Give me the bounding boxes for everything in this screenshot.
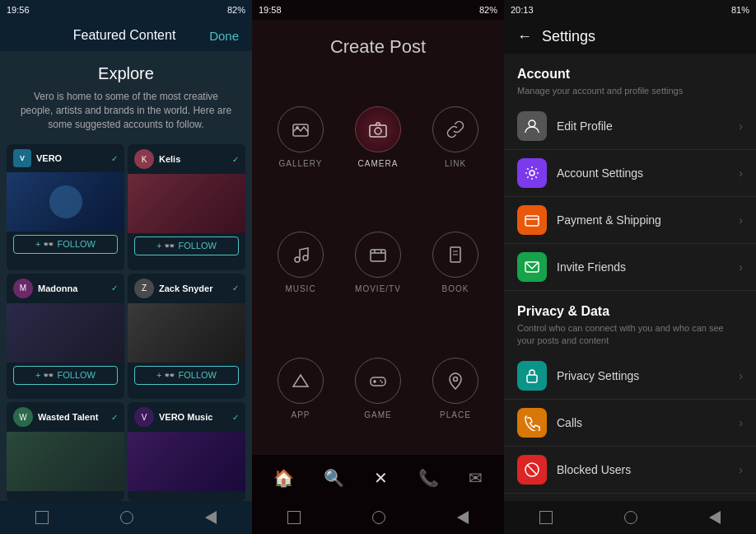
privacy-section-title: Privacy & Data [517,304,743,319]
card-wasted-header: W Wasted Talent ✓ [7,402,124,432]
back-button[interactable]: ← [517,28,532,45]
card-vero: V VERO ✓ + 👓 FOLLOW [7,144,124,270]
zack-follow-label: + 👓 FOLLOW [156,370,217,381]
circle-nav-p3[interactable] [624,511,637,524]
circle-nav-icon[interactable] [120,511,133,524]
movietv-label: MOVIE/TV [355,284,401,293]
account-section-desc: Manage your account and profile settings [517,85,743,96]
zack-follow-button[interactable]: + 👓 FOLLOW [134,366,239,385]
svg-point-18 [380,380,381,382]
wasted-avatar: W [13,407,33,427]
kelis-image [128,174,245,233]
account-settings-icon [517,158,547,188]
invite-friends-item[interactable]: Invite Friends › [504,244,756,291]
post-type-book[interactable]: BOOK [420,204,491,323]
nav-bottom-p2 [252,501,504,534]
privacy-section-desc: Control who can connect with you and who… [517,322,743,346]
time-p3: 20:13 [511,5,534,15]
card-vero-music: V VERO Music ✓ [128,402,245,501]
phone-icon[interactable]: 📞 [418,468,439,488]
link-icon [432,106,478,152]
account-settings-label: Account Settings [557,166,739,180]
bottom-bar-p2: 🏠 🔍 ✕ 📞 ✉ [252,455,504,501]
kelis-avatar: K [134,149,154,169]
battery-p2: 82% [479,5,497,15]
post-type-game[interactable]: GAME [343,329,413,448]
vero-follow-button[interactable]: + 👓 FOLLOW [13,235,118,254]
settings-header: ← Settings [504,20,756,54]
create-post-title: Create Post [252,20,504,71]
madonna-image [7,303,124,363]
gallery-icon [278,106,324,152]
settings-content: Account Manage your account and profile … [504,54,756,501]
calls-icon [517,408,547,438]
back-nav-icon[interactable] [205,511,217,524]
privacy-settings-label: Privacy Settings [557,369,739,382]
svg-point-21 [529,120,535,127]
post-type-app[interactable]: APP [265,329,336,448]
invite-icon [517,252,547,282]
square-nav-p3[interactable] [539,511,553,524]
battery-p1: 82% [227,5,245,15]
post-type-link[interactable]: LINK [420,77,491,197]
madonna-avatar: M [13,279,33,298]
post-type-place[interactable]: PLACE [420,329,491,448]
blocked-users-label: Blocked Users [557,463,739,476]
place-icon [432,358,478,404]
square-nav-icon[interactable] [35,511,49,524]
blocked-users-item[interactable]: Blocked Users › [504,447,756,494]
svg-point-3 [375,128,381,134]
svg-rect-6 [371,250,385,261]
home-icon[interactable]: 🏠 [273,468,294,488]
nav-bottom-p3 [504,501,756,534]
kelis-follow-button[interactable]: + 👓 FOLLOW [134,237,239,255]
privacy-icon [517,361,547,391]
zack-image [128,303,245,363]
movietv-icon [355,232,401,278]
account-section-title: Account [517,67,743,82]
back-nav-p3[interactable] [709,511,721,524]
game-icon [355,358,401,404]
done-button[interactable]: Done [209,29,239,43]
edit-profile-item[interactable]: Edit Profile › [504,103,756,150]
game-label: GAME [364,410,391,419]
madonna-name: Madonna [38,283,106,293]
invite-friends-label: Invite Friends [557,260,739,274]
time-p2: 19:58 [259,5,282,15]
privacy-section-header: Privacy & Data Control who can connect w… [504,291,756,349]
madonna-follow-button[interactable]: + 👓 FOLLOW [13,366,118,385]
circle-nav-p2[interactable] [372,511,385,524]
edit-profile-label: Edit Profile [557,119,739,133]
bottom-nav-p1 [0,501,252,534]
book-icon [432,232,478,278]
search-icon-p2[interactable]: 🔍 [324,468,344,488]
explore-title: Explore [16,64,236,83]
calls-chevron: › [739,416,743,429]
payment-shipping-item[interactable]: Payment & Shipping › [504,197,756,244]
app-label: APP [291,410,310,419]
edit-profile-icon [517,111,547,141]
post-type-gallery[interactable]: GALLERY [265,77,336,197]
panel-featured-content: 19:56 82% Featured Content Done Explore … [0,0,252,534]
send-icon[interactable]: ✉ [469,468,483,488]
privacy-chevron: › [739,369,743,382]
square-nav-p2[interactable] [287,511,301,524]
wasted-verified-icon: ✓ [111,413,118,422]
link-label: LINK [445,159,466,168]
status-bar-p2: 19:58 82% [252,0,504,20]
privacy-settings-item[interactable]: Privacy Settings › [504,353,756,400]
camera-icon [355,106,401,152]
zack-verified-icon: ✓ [232,283,239,293]
card-madonna: M Madonna ✓ + 👓 FOLLOW [7,274,124,400]
back-nav-p2[interactable] [457,511,469,524]
invite-chevron: › [739,260,743,274]
card-vero-music-header: V VERO Music ✓ [128,402,245,432]
card-zack: Z Zack Snyder ✓ + 👓 FOLLOW [128,274,245,400]
post-type-music[interactable]: MUSIC [265,204,336,323]
account-settings-item[interactable]: Account Settings › [504,150,756,197]
calls-item[interactable]: Calls › [504,400,756,447]
post-type-movietv[interactable]: MOVIE/TV [343,204,413,323]
close-icon[interactable]: ✕ [374,468,388,488]
post-type-camera[interactable]: CAMERA [343,77,413,197]
card-zack-header: Z Zack Snyder ✓ [128,274,245,303]
